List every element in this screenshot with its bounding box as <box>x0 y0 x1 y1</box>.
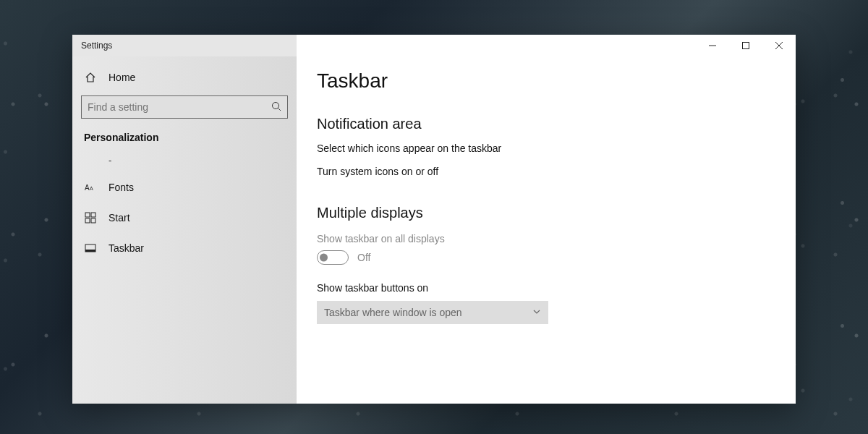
search-input[interactable] <box>88 101 263 113</box>
svg-rect-11 <box>91 218 95 223</box>
section-title-displays: Multiple displays <box>317 205 775 221</box>
svg-point-4 <box>273 102 279 109</box>
sidebar-item-label: Start <box>109 212 130 224</box>
search-wrap <box>72 93 297 126</box>
start-icon <box>84 212 97 224</box>
svg-rect-8 <box>85 213 90 217</box>
window-body: Home Personalization - AA Fonts <box>72 56 796 404</box>
svg-rect-13 <box>85 250 95 252</box>
window-title: Settings <box>81 41 112 51</box>
dropdown-taskbar-buttons[interactable]: Taskbar where window is open <box>317 301 548 324</box>
search-box[interactable] <box>81 95 288 119</box>
window-controls <box>696 35 796 56</box>
sidebar-category: Personalization <box>72 126 297 148</box>
close-button[interactable] <box>762 35 796 56</box>
maximize-button[interactable] <box>729 35 762 56</box>
sidebar-item-home[interactable]: Home <box>72 62 297 93</box>
toggle-show-all-displays[interactable] <box>317 250 349 265</box>
fonts-icon: AA <box>84 182 97 193</box>
sidebar-item-label: Taskbar <box>109 242 144 254</box>
section-title-notification: Notification area <box>317 116 775 132</box>
sidebar-item-label: Home <box>109 72 135 83</box>
svg-text:A: A <box>85 184 90 192</box>
sidebar-item-start[interactable]: Start <box>72 203 297 233</box>
sidebar-item-collapsed[interactable]: - <box>72 148 297 172</box>
search-icon <box>271 101 281 114</box>
settings-window: Settings Home <box>72 35 796 404</box>
toggle-row-show-all: Off <box>317 250 775 265</box>
sidebar-item-label: - <box>109 155 111 166</box>
minimize-button[interactable] <box>696 35 729 56</box>
link-select-icons[interactable]: Select which icons appear on the taskbar <box>317 142 775 154</box>
content-pane: Taskbar Notification area Select which i… <box>297 56 796 404</box>
chevron-down-icon <box>532 307 541 318</box>
svg-rect-1 <box>743 43 749 49</box>
setting-buttons-label: Show taskbar buttons on <box>317 282 775 294</box>
sidebar-item-fonts[interactable]: AA Fonts <box>72 172 297 203</box>
svg-text:A: A <box>90 186 93 191</box>
sidebar-item-taskbar[interactable]: Taskbar <box>72 233 297 263</box>
sidebar-item-label: Fonts <box>109 182 134 193</box>
home-icon <box>84 72 97 83</box>
dropdown-value: Taskbar where window is open <box>324 307 462 318</box>
titlebar: Settings <box>72 35 796 56</box>
page-title: Taskbar <box>317 69 775 93</box>
link-system-icons[interactable]: Turn system icons on or off <box>317 166 775 177</box>
setting-show-all-label: Show taskbar on all displays <box>317 233 775 244</box>
svg-rect-10 <box>85 218 90 223</box>
svg-rect-9 <box>91 213 95 217</box>
svg-line-5 <box>278 108 281 111</box>
toggle-state-label: Off <box>357 252 370 263</box>
spacer <box>317 189 775 202</box>
sidebar: Home Personalization - AA Fonts <box>72 56 297 404</box>
taskbar-icon <box>84 242 97 254</box>
